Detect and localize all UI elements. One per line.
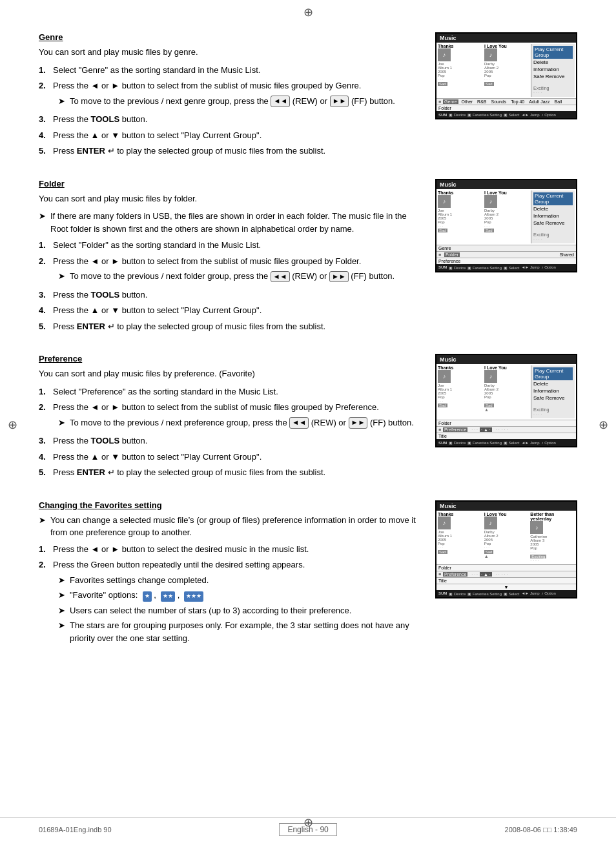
genre-status-select: ▣ Select	[504, 112, 519, 117]
genre-step-3-text: Press the TOOLS button.	[53, 113, 422, 126]
favorites-heading: Changing the Favorites setting	[39, 500, 422, 510]
pref-menu-information: Information	[533, 387, 573, 394]
pref-nav-row: ≡ Preference · · · · ▲ · · · · · ·	[436, 426, 576, 433]
track-thanks-dots: · · ·	[438, 77, 443, 81]
genre-nav-sounds: Sounds	[489, 99, 508, 104]
favorites-step-2: 2. Press the Green button repeatedly unt…	[39, 558, 422, 647]
favorites-note-arrow: ➤ You can change a selected music file’s…	[39, 514, 422, 539]
folder-genre-row: Genre	[436, 245, 576, 251]
preference-step-5-text: Press ENTER ↵ to play the selected group…	[53, 466, 422, 479]
genre-step-2-arrow: ➤ To move to the previous / next genre g…	[58, 95, 422, 108]
genre-intro: You can sort and play music files by gen…	[39, 46, 422, 59]
folder-menu-safe-remove: Safe Remove	[533, 220, 573, 227]
fav-pref-dots2: · ·	[496, 572, 500, 577]
pref-status-device: ▣ Device	[449, 440, 466, 445]
folder-note-text: If there are many folders in USB, the fi…	[50, 210, 422, 235]
folder-context-menu: Play Current Group Delete Information Sa…	[531, 190, 575, 243]
preference-arrow-sym: ➤	[58, 416, 70, 429]
fav-track-iloveyou-star: ▲	[484, 554, 489, 558]
preference-step-4-text: Press the ▲ or ▼ button to select "Play …	[53, 451, 422, 464]
folder-note-arrow: ➤ If there are many folders in USB, the …	[39, 210, 422, 235]
fav-track-better-icon: ♪	[530, 521, 543, 534]
folder-sum: SUM	[438, 265, 447, 269]
folder-step-2: 2. Press the ◄ or ► button to select fro…	[39, 255, 422, 285]
preference-step-2-num: 2.	[39, 401, 53, 414]
page: ⊕ ⊕ ⊕ Genre You can sort and play music …	[0, 0, 616, 849]
compass-left-icon: ⊕	[8, 418, 17, 432]
folder-step-4-text: Press the ▲ or ▼ button to select "Play …	[53, 304, 422, 317]
ff-button-icon: ►►	[330, 96, 349, 107]
fav-status-select: ▣ Select	[504, 591, 519, 596]
folder-nav-row: ≡ Folder Shared	[436, 251, 576, 258]
genre-step-5-text: Press ENTER ↵ to play the selected group…	[53, 145, 422, 158]
preference-step-2-text: Press the ◄ or ► button to select from t…	[53, 401, 422, 431]
folder-step-1: 1. Select "Folder" as the sorting standa…	[39, 239, 422, 252]
fav-pref-nav-row: ≡ Preference · · · · ▲ · · · · · ·	[436, 571, 576, 577]
pref-track-thanks-sub: JoeAlbum 12005Pop	[438, 384, 452, 399]
genre-step-4-text: Press the ▲ or ▼ button to select "Play …	[53, 129, 422, 142]
folder-text: Folder You can sort and play music files…	[39, 179, 422, 336]
folder-nav-icon: ≡	[438, 252, 441, 257]
genre-tracks-row: Thanks ♪ JoeAlbum 12005Pop · · · Sad I L…	[436, 43, 576, 98]
folder-step-3-text: Press the TOOLS button.	[53, 289, 422, 302]
genre-ui-title: Music	[436, 34, 576, 43]
pref-status-select: ▣ Select	[504, 440, 519, 445]
folder-status-select: ▣ Select	[504, 265, 519, 270]
pref-rew-icon: ◄◄	[289, 417, 309, 428]
folder-step-2-num: 2.	[39, 255, 53, 268]
pref-track-iloveyou-name: I Love You	[484, 365, 507, 370]
preference-step-4-num: 4.	[39, 451, 53, 464]
fav-track-better-sub: CatherineAlbum 32005Pop	[530, 535, 547, 550]
fav-track-better-name: Better than yesterday	[530, 512, 575, 521]
fav-track-thanks: Thanks ♪ JoeAlbum 12005Pop · · · Sad	[438, 512, 482, 563]
genre-step-4-num: 4.	[39, 129, 53, 142]
pref-nav-center: · ▲ ·	[480, 427, 492, 432]
favorites-status-bar: SUM ▣ Device ▣ Favorites Setting ▣ Selec…	[436, 590, 576, 597]
genre-context-menu: Play Current Group Delete Information Sa…	[531, 44, 575, 97]
genre-status-bar: SUM ▣ Device ▣ Favorites Setting ▣ Selec…	[436, 111, 576, 118]
genre-step-3-num: 3.	[39, 113, 53, 126]
folder-pref-label: Preference	[436, 258, 576, 264]
folder-steps: 1. Select "Folder" as the sorting standa…	[39, 239, 422, 332]
track-iloveyou-sub: DarbyAlbum 22005Pop	[484, 62, 498, 77]
folder-step-1-num: 1.	[39, 239, 53, 252]
genre-steps: 1. Select "Genre" as the sorting standar…	[39, 64, 422, 158]
preference-section: Preference You can sort and play music f…	[39, 354, 577, 482]
genre-music-ui: Music Thanks ♪ JoeAlbum 12005Pop · · · S…	[435, 32, 577, 119]
fav-arrow-1: ➤ Favorites settings change completed.	[58, 574, 422, 587]
folder-nav-shared: Shared	[463, 252, 574, 257]
compass-top-icon: ⊕	[303, 5, 313, 19]
folder-note-arrow-sym: ➤	[39, 210, 50, 223]
folder-step-4-num: 4.	[39, 304, 53, 317]
favorites-ui-title: Music	[436, 502, 576, 511]
fav-track-thanks-dots: · · ·	[438, 546, 443, 549]
preference-ui-title: Music	[436, 355, 576, 364]
pref-track-thanks-icon: ♪	[438, 370, 451, 383]
fav-track-thanks-icon: ♪	[438, 517, 451, 529]
preference-intro: You can sort and play music files by pre…	[39, 367, 422, 380]
genre-nav-adultjazz: Adult Jazz	[528, 99, 551, 104]
preference-status-bar: SUM ▣ Device ▣ Favorites Setting ▣ Selec…	[436, 439, 576, 446]
fav-arrow-3-text: Users can select the number of stars (up…	[70, 604, 422, 617]
genre-step-2: 2. Press the ◄ or ► button to select fro…	[39, 79, 422, 110]
fav-arrow-3: ➤ Users can select the number of stars (…	[58, 604, 422, 617]
menu-information: Information	[533, 66, 573, 73]
folder-menu-exciting-dots: · · · ·	[533, 237, 573, 241]
track-thanks-sub: JoeAlbum 12005Pop	[438, 62, 452, 77]
genre-step-2-text: Press the ◄ or ► button to select from t…	[53, 79, 422, 110]
preference-context-menu: Play Current Group Delete Information Sa…	[531, 365, 575, 418]
folder-status-jump: ◄► Jump	[521, 265, 539, 269]
fav-track-iloveyou-sub: DarbyAlbum 22005Pop	[484, 530, 498, 546]
preference-text: Preference You can sort and play music f…	[39, 354, 422, 482]
folder-genre-icon: Genre	[438, 246, 451, 251]
genre-step-2-num: 2.	[39, 79, 53, 92]
pref-track-thanks-dots: · · ·	[438, 399, 443, 403]
pref-nav-dots2: · ·	[496, 427, 500, 432]
pref-status-option: ♪ Option	[542, 441, 556, 445]
pref-sum: SUM	[438, 441, 447, 445]
folder-step-2-arrow: ➤ To move to the previous / next folder …	[58, 270, 422, 283]
folder-menu-information: Information	[533, 212, 573, 220]
genre-nav-icon: ≡	[438, 99, 441, 104]
folder-step-5-num: 5.	[39, 320, 53, 333]
pref-track-thanks-badge: Sad	[438, 404, 447, 407]
